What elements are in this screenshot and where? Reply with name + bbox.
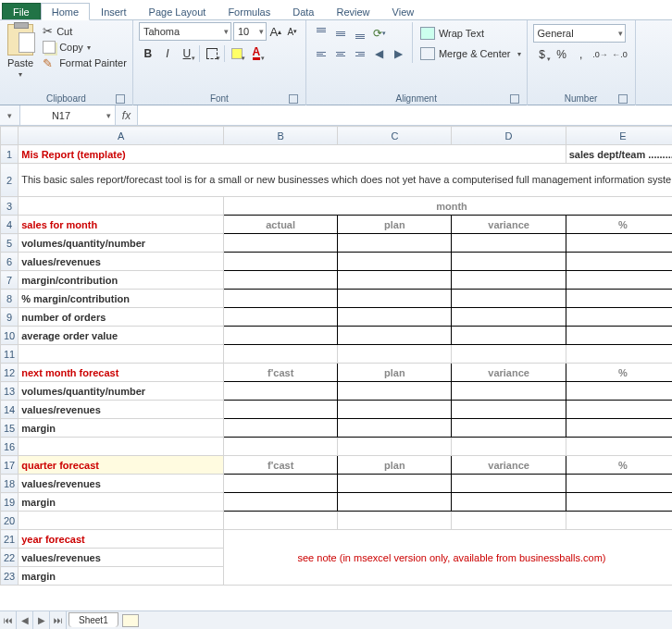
merge-center-button[interactable]: Merge & Center▾: [420, 44, 521, 63]
row-header[interactable]: 12: [1, 364, 19, 382]
align-right-button[interactable]: [351, 44, 369, 63]
cell[interactable]: year forecast: [19, 530, 224, 549]
dialog-launcher-icon[interactable]: [618, 94, 628, 104]
row-header[interactable]: 13: [1, 382, 19, 401]
decrease-decimal-button[interactable]: ←.0: [611, 45, 629, 64]
increase-decimal-button[interactable]: .0→: [591, 45, 610, 64]
fx-button[interactable]: fx: [116, 105, 138, 125]
copy-button[interactable]: Copy▾: [43, 41, 127, 54]
row-header[interactable]: 15: [1, 419, 19, 438]
cell[interactable]: margin/contribution: [19, 271, 224, 290]
comma-style-button[interactable]: ,: [572, 45, 591, 64]
row-header[interactable]: 2: [1, 164, 19, 197]
formula-input[interactable]: [138, 105, 672, 125]
cell[interactable]: number of orders: [19, 308, 224, 327]
row-header[interactable]: 19: [1, 493, 19, 512]
wrap-text-button[interactable]: Wrap Text: [420, 24, 521, 43]
increase-indent-button[interactable]: ▶: [390, 44, 408, 63]
cell-intro[interactable]: This basic sales report/forecast tool is…: [19, 164, 672, 197]
dialog-launcher-icon[interactable]: [510, 94, 519, 104]
font-name-select[interactable]: Tahoma: [139, 22, 231, 41]
row-header[interactable]: 21: [1, 530, 19, 549]
accounting-format-button[interactable]: $: [533, 45, 552, 64]
fill-color-button[interactable]: [228, 44, 246, 63]
cell[interactable]: quarter forecast: [19, 456, 224, 475]
cell[interactable]: margin: [19, 493, 224, 512]
cell[interactable]: % margin/contribution: [19, 290, 224, 308]
row-header[interactable]: 16: [1, 438, 19, 456]
dialog-launcher-icon[interactable]: [289, 94, 298, 104]
cell[interactable]: values/revenues: [19, 475, 224, 493]
font-size-select[interactable]: 10: [233, 22, 267, 41]
row-header[interactable]: 10: [1, 327, 19, 345]
tab-page-layout[interactable]: Page Layout: [138, 3, 218, 19]
tab-review[interactable]: Review: [325, 3, 380, 19]
cell[interactable]: volumes/quantity/number: [19, 382, 224, 401]
col-header[interactable]: D: [452, 127, 566, 145]
select-all-cell[interactable]: [1, 127, 19, 145]
number-format-select[interactable]: General: [533, 24, 626, 43]
col-header[interactable]: A: [19, 127, 224, 145]
cell[interactable]: next month forecast: [19, 364, 224, 382]
cell[interactable]: margin: [19, 567, 224, 586]
cell[interactable]: %: [566, 364, 672, 382]
border-button[interactable]: [203, 44, 221, 63]
cell[interactable]: variance: [452, 216, 566, 234]
paste-button[interactable]: Paste ▾: [6, 22, 39, 79]
align-center-button[interactable]: [331, 44, 350, 63]
percent-style-button[interactable]: %: [553, 45, 571, 64]
tab-view[interactable]: View: [381, 3, 426, 19]
align-middle-button[interactable]: [331, 24, 350, 43]
sheet-tab-sheet1[interactable]: Sheet1: [68, 612, 118, 627]
cell-sec-sales[interactable]: sales for month: [19, 216, 224, 234]
underline-button[interactable]: U: [178, 44, 196, 63]
col-header[interactable]: B: [224, 127, 338, 145]
cell[interactable]: actual: [224, 216, 338, 234]
sheet-nav-next[interactable]: ▶: [33, 611, 50, 629]
tab-data[interactable]: Data: [281, 3, 325, 19]
cell[interactable]: average order value: [19, 327, 224, 345]
cell[interactable]: margin: [19, 419, 224, 438]
col-header[interactable]: E: [566, 127, 672, 145]
cell[interactable]: f'cast: [224, 364, 338, 382]
align-bottom-button[interactable]: [351, 24, 369, 43]
bold-button[interactable]: B: [139, 44, 157, 63]
row-header[interactable]: 23: [1, 567, 19, 586]
cell[interactable]: plan: [338, 456, 452, 475]
cell[interactable]: %: [566, 456, 672, 475]
align-top-button[interactable]: [312, 24, 330, 43]
row-header[interactable]: 5: [1, 234, 19, 253]
worksheet[interactable]: A B C D E F G H I 1 Mis Report (template…: [0, 126, 672, 610]
cell[interactable]: values/revenues: [19, 401, 224, 419]
cell[interactable]: values/revenues: [19, 253, 224, 271]
row-header[interactable]: 4: [1, 216, 19, 234]
sheet-nav-last[interactable]: ⏭: [50, 611, 67, 629]
row-header[interactable]: 18: [1, 475, 19, 493]
row-header[interactable]: 8: [1, 290, 19, 308]
decrease-indent-button[interactable]: ◀: [370, 44, 389, 63]
cell[interactable]: values/revenues: [19, 549, 224, 567]
row-header[interactable]: 7: [1, 271, 19, 290]
align-left-button[interactable]: [312, 44, 330, 63]
tab-file[interactable]: File: [2, 3, 41, 19]
row-header[interactable]: 17: [1, 456, 19, 475]
row-header[interactable]: 22: [1, 549, 19, 567]
cell-salesdept[interactable]: sales dept/team ............: [566, 145, 672, 164]
cell-title[interactable]: Mis Report (template): [19, 145, 566, 164]
cell[interactable]: f'cast: [224, 456, 338, 475]
name-box[interactable]: N17: [20, 110, 102, 121]
row-header[interactable]: 6: [1, 253, 19, 271]
row-header[interactable]: 1: [1, 145, 19, 164]
tab-formulas[interactable]: Formulas: [217, 3, 281, 19]
format-painter-button[interactable]: ✎Format Painter: [43, 56, 127, 69]
name-box-dropdown[interactable]: ▾: [102, 111, 115, 120]
row-header[interactable]: 3: [1, 197, 19, 216]
orientation-button[interactable]: ⟳▾: [370, 24, 389, 43]
italic-button[interactable]: I: [158, 44, 177, 63]
cell[interactable]: %: [566, 216, 672, 234]
cell[interactable]: volumes/quantity/number: [19, 234, 224, 253]
font-color-button[interactable]: A: [247, 44, 266, 63]
tab-home[interactable]: Home: [41, 3, 90, 20]
row-header[interactable]: 14: [1, 401, 19, 419]
sheet-nav-first[interactable]: ⏮: [0, 611, 17, 629]
